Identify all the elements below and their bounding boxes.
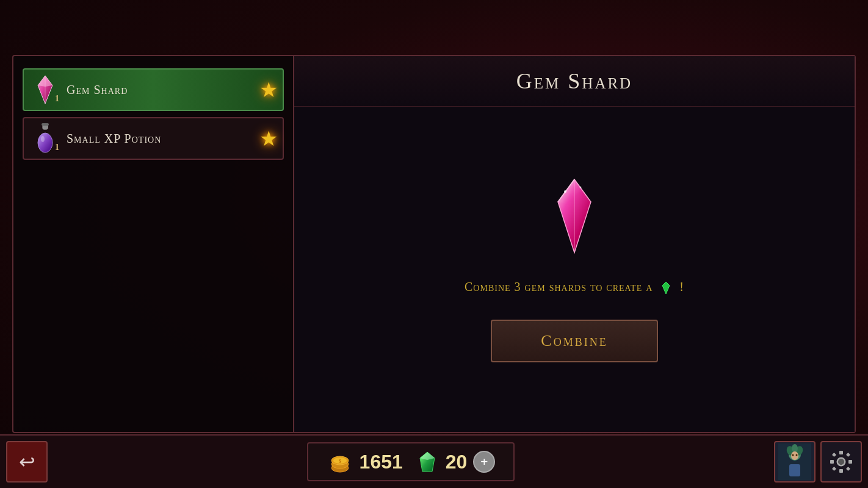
- svg-rect-39: [846, 467, 850, 471]
- detail-panel: Gem Shard: [294, 56, 855, 432]
- svg-rect-32: [839, 451, 843, 454]
- svg-point-26: [792, 444, 798, 453]
- add-gems-button[interactable]: +: [473, 451, 495, 473]
- svg-point-6: [41, 136, 45, 142]
- detail-content: Combine 3 gem shards to create a ! Combi…: [294, 107, 855, 432]
- coins-amount: 1651: [360, 451, 403, 473]
- bottom-right-buttons: [774, 441, 862, 483]
- bottom-bar: ↩ $ 1651: [0, 434, 868, 488]
- xp-potion-name: Small XP Potion: [67, 132, 277, 146]
- svg-point-12: [580, 186, 582, 188]
- xp-potion-count: 1: [55, 143, 59, 152]
- settings-button[interactable]: [820, 441, 862, 483]
- svg-point-28: [792, 454, 794, 456]
- gem-shard-new-badge: ★: [259, 77, 278, 102]
- svg-marker-13: [662, 282, 670, 294]
- coins-icon: $: [327, 451, 353, 473]
- currency-display: $ 1651 20 +: [307, 442, 515, 481]
- xp-potion-new-badge: ★: [259, 126, 278, 151]
- gems-amount: 20: [446, 451, 468, 473]
- gem-shard-icon: 1: [30, 74, 60, 105]
- character-button[interactable]: [774, 441, 816, 483]
- combine-button[interactable]: Combine: [491, 320, 657, 362]
- svg-point-40: [838, 459, 844, 465]
- gem-shard-count: 1: [55, 94, 59, 104]
- inventory-item-xp-potion[interactable]: 1 Small XP Potion ★: [23, 117, 284, 160]
- back-button[interactable]: ↩: [6, 441, 48, 483]
- svg-point-5: [38, 133, 52, 152]
- bottom-left-buttons: ↩: [6, 441, 48, 483]
- svg-rect-35: [848, 460, 852, 464]
- svg-rect-4: [42, 123, 49, 126]
- gear-icon: [829, 450, 853, 474]
- xp-potion-icon: 1: [30, 123, 60, 154]
- svg-text:$: $: [339, 459, 341, 464]
- svg-point-11: [564, 190, 566, 193]
- gem-shard-name: Gem Shard: [67, 83, 277, 97]
- svg-rect-36: [832, 453, 836, 457]
- coins-group: $ 1651: [327, 451, 403, 473]
- svg-point-29: [796, 454, 798, 456]
- gems-group: 20 +: [415, 450, 496, 474]
- detail-title: Gem Shard: [516, 69, 632, 93]
- detail-title-bar: Gem Shard: [294, 56, 855, 107]
- svg-rect-37: [846, 453, 850, 457]
- svg-point-27: [791, 451, 798, 460]
- svg-rect-33: [839, 469, 843, 473]
- inventory-panel: 1 Gem Shard ★: [13, 56, 294, 432]
- combine-description: Combine 3 gem shards to create a !: [465, 280, 684, 295]
- character-icon: [778, 443, 811, 480]
- svg-rect-30: [789, 464, 800, 476]
- svg-rect-34: [830, 460, 834, 464]
- inventory-item-gem-shard[interactable]: 1 Gem Shard ★: [23, 68, 284, 111]
- main-container: 1 Gem Shard ★: [12, 55, 856, 433]
- gem-shard-large-icon: [547, 176, 602, 256]
- svg-rect-38: [832, 467, 836, 471]
- gems-currency-icon: [415, 450, 439, 474]
